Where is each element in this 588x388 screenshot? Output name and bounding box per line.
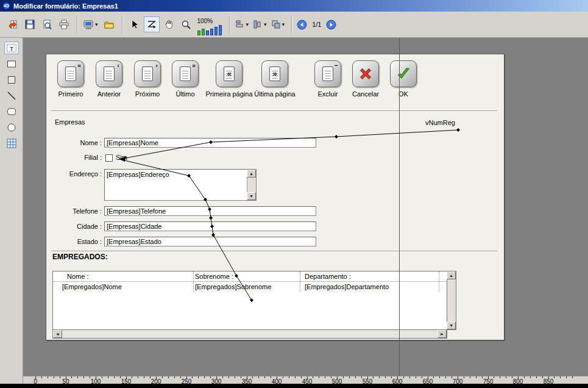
ruler-tick — [258, 376, 259, 378]
column-separator — [193, 271, 194, 292]
ruler-tick — [48, 376, 48, 378]
scroll-right-button[interactable]: ► — [437, 330, 447, 338]
column-header[interactable]: Nome : — [67, 273, 88, 280]
last-record-button[interactable]: » Último — [167, 60, 204, 98]
rectangle-tool-button[interactable] — [4, 57, 19, 70]
scrollbar-track[interactable] — [247, 178, 256, 192]
distribute-icon — [253, 20, 263, 29]
magnifier-icon — [180, 19, 191, 30]
scroll-left-button[interactable]: ◄ — [53, 330, 62, 338]
bottom-bar — [0, 384, 588, 388]
column-separator — [439, 271, 439, 292]
ruler-tick — [476, 376, 476, 378]
ruler-tick — [204, 376, 205, 378]
entry-order-tool-button[interactable] — [144, 16, 160, 32]
filial-checkbox-label: Sim — [116, 154, 127, 161]
field-estado[interactable]: [Empresas]Estado — [104, 237, 316, 246]
previous-record-icon: ‹ — [96, 60, 122, 87]
zoom-tool-button[interactable] — [178, 16, 194, 32]
scroll-up-button[interactable]: ▲ — [447, 271, 456, 279]
ruler-tick — [506, 376, 506, 378]
field-nome[interactable]: [Empresas]Nome — [104, 138, 316, 148]
align-objects-button[interactable]: ▾ — [234, 18, 250, 31]
button-label: Próximo — [129, 90, 166, 98]
ok-button[interactable]: OK — [390, 60, 417, 98]
form-page[interactable]: « Primeiro ‹ Anterior › Pró — [46, 54, 505, 340]
dropdown-arrow-icon[interactable]: ▾ — [95, 21, 98, 27]
delete-record-button[interactable]: − Excluir — [310, 60, 346, 98]
text-tool-icon: T — [6, 43, 17, 54]
previous-page-button[interactable] — [296, 19, 308, 31]
field-cidade[interactable]: [Empresas]Cidade — [104, 221, 316, 231]
square-tool-button[interactable] — [4, 73, 19, 86]
hand-tool-button[interactable] — [161, 16, 177, 32]
employees-table[interactable]: Nome : Sobrenome : Departamento : [Empre… — [52, 271, 456, 330]
ruler-tick — [77, 376, 78, 378]
table-vertical-scrollbar[interactable]: ▲ ▼ — [447, 271, 456, 329]
line-tool-button[interactable] — [4, 89, 19, 102]
first-record-icon: « — [57, 60, 84, 87]
revert-button[interactable] — [5, 16, 21, 32]
first-record-button[interactable]: « Primeiro — [52, 60, 89, 98]
oval-tool-button[interactable] — [4, 121, 19, 134]
print-preview-button[interactable] — [39, 16, 55, 32]
button-label: Excluir — [310, 90, 346, 98]
column-header[interactable]: Sobrenome : — [195, 273, 233, 280]
next-page-button[interactable] — [325, 19, 337, 31]
toolbar-separator — [122, 16, 123, 33]
document-icon — [65, 66, 76, 81]
entry-order-icon — [146, 19, 157, 30]
rectangle-icon — [6, 59, 17, 70]
zoom-control[interactable]: 100% — [197, 13, 223, 35]
document-icon — [180, 66, 191, 81]
execute-form-button[interactable]: ▾ — [82, 17, 99, 32]
grid-tool-button[interactable] — [4, 137, 19, 149]
zoom-level-label: 100% — [197, 18, 223, 24]
cancel-button[interactable]: Cancelar — [346, 60, 385, 98]
column-separator — [300, 271, 300, 292]
endereco-scrollbar[interactable]: ▲ ▼ — [247, 170, 256, 200]
filial-checkbox[interactable] — [105, 154, 113, 162]
open-form-button[interactable] — [101, 16, 117, 32]
scrollbar-track[interactable] — [62, 330, 437, 338]
field-endereco[interactable]: [Empresas]Endereço ▲ ▼ — [104, 169, 257, 201]
print-button[interactable] — [56, 16, 72, 32]
zoom-bars-icon[interactable] — [197, 25, 223, 35]
record-navigation-row: « Primeiro ‹ Anterior › Pró — [52, 60, 500, 107]
scroll-down-button[interactable]: ▼ — [247, 192, 256, 200]
horizontal-ruler: 0501001502002503003504004505005506006507… — [23, 376, 588, 384]
previous-record-button[interactable]: ‹ Anterior — [91, 60, 127, 98]
dropdown-arrow-icon[interactable]: ▾ — [246, 21, 249, 27]
text-tool-button[interactable]: T — [4, 41, 19, 54]
ruler-tick — [235, 376, 235, 378]
scrollbar-track[interactable] — [447, 279, 456, 322]
ruler-tick — [385, 376, 386, 378]
field-label-endereco: Endereço : — [51, 170, 102, 178]
ruler-tick — [445, 376, 446, 378]
ruler-tick — [416, 376, 416, 378]
field-label-cidade: Cidade : — [51, 223, 102, 230]
scroll-down-button[interactable]: ▼ — [447, 322, 456, 329]
table-horizontal-scrollbar[interactable]: ◄ ► — [52, 330, 447, 339]
column-header[interactable]: Departamento : — [305, 273, 351, 280]
title-bar[interactable]: 4D Modificar formulário: Empresas1 — [0, 0, 588, 12]
dropdown-arrow-icon[interactable]: ▾ — [282, 21, 285, 27]
open-folder-icon — [104, 19, 115, 30]
dropdown-arrow-icon[interactable]: ▾ — [264, 21, 267, 27]
page-boundary-line[interactable] — [399, 38, 400, 376]
distribute-objects-button[interactable]: ▾ — [252, 18, 268, 31]
arrange-objects-button[interactable]: ▾ — [270, 18, 286, 31]
rounded-rectangle-tool-button[interactable] — [4, 105, 19, 118]
table-row[interactable]: [Empregados]Nome [Empregados]Sobrenome [… — [53, 282, 447, 292]
save-button[interactable] — [22, 16, 38, 32]
pointer-tool-button[interactable] — [127, 16, 143, 32]
button-label: Primeiro — [52, 90, 89, 98]
form-canvas[interactable]: « Primeiro ‹ Anterior › Pró — [23, 38, 588, 376]
next-record-button[interactable]: › Próximo — [129, 60, 166, 98]
next-record-icon: › — [134, 60, 161, 87]
table-header-row: Nome : Sobrenome : Departamento : — [53, 271, 447, 282]
last-page-button[interactable]: » Última página — [247, 60, 302, 98]
scroll-up-button[interactable]: ▲ — [247, 170, 256, 178]
document-icon — [142, 66, 153, 81]
field-telefone[interactable]: [Empresas]Telefone — [104, 206, 316, 216]
